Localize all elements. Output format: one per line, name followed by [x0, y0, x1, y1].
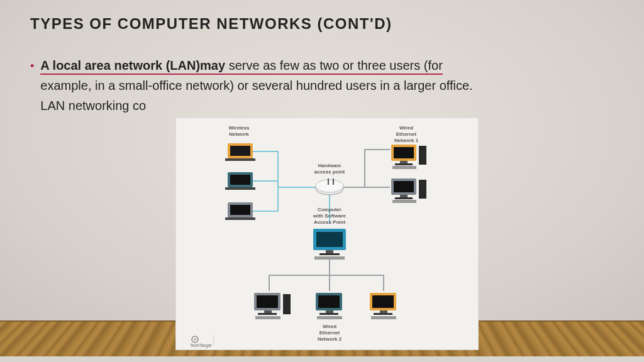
svg-text:Ethernet: Ethernet	[319, 330, 340, 336]
svg-rect-30	[419, 180, 426, 199]
svg-rect-9	[230, 205, 250, 215]
svg-rect-4	[225, 158, 255, 161]
svg-rect-48	[326, 310, 333, 313]
svg-rect-28	[400, 195, 408, 197]
svg-rect-24	[419, 146, 426, 165]
svg-text:Network: Network	[229, 131, 249, 137]
bullet-line3: LAN networking co	[40, 99, 146, 112]
svg-text:Network 2: Network 2	[318, 336, 342, 342]
svg-text:Access Point: Access Point	[314, 219, 346, 225]
svg-rect-50	[317, 316, 342, 319]
svg-rect-7	[225, 187, 255, 190]
svg-text:Wired: Wired	[323, 324, 336, 329]
svg-rect-3	[230, 146, 250, 156]
svg-rect-10	[225, 217, 255, 220]
bullet-text: A local area network (LAN)may serve as f…	[40, 55, 614, 116]
svg-rect-29	[395, 197, 413, 199]
svg-text:Ethernet: Ethernet	[396, 131, 417, 137]
svg-point-60	[194, 339, 196, 341]
svg-rect-36	[316, 232, 343, 247]
svg-text:with Software: with Software	[313, 213, 347, 219]
svg-rect-45	[255, 316, 280, 319]
svg-rect-44	[283, 294, 291, 314]
svg-rect-41	[257, 295, 278, 308]
bullet-bold: A local area network (LAN)may	[40, 58, 225, 72]
svg-rect-37	[326, 250, 333, 253]
svg-rect-54	[374, 313, 392, 315]
bullet-item: • A local area network (LAN)may serve as…	[30, 55, 614, 116]
svg-rect-25	[392, 166, 416, 169]
svg-text:TechTarget: TechTarget	[190, 343, 211, 348]
svg-rect-15	[328, 178, 329, 185]
svg-rect-23	[395, 163, 413, 165]
svg-rect-55	[371, 316, 396, 319]
slide-title: TYPES OF COMPUTER NETWORKS (CONT'D)	[30, 15, 614, 33]
network-diagram: Wireless Network Hardware access point W…	[176, 118, 478, 349]
bullet-line1-rest: serve as few as two or three users (for	[225, 58, 443, 72]
bullet-line2: example, in a small-office network) or s…	[40, 79, 472, 92]
svg-rect-27	[394, 181, 414, 192]
svg-rect-22	[400, 161, 408, 163]
svg-text:Hardware: Hardware	[318, 163, 341, 168]
svg-rect-39	[314, 256, 345, 260]
svg-rect-6	[230, 175, 250, 185]
svg-rect-52	[372, 295, 394, 308]
svg-text:Wired: Wired	[399, 125, 413, 131]
svg-rect-21	[394, 147, 414, 158]
svg-text:Wireless: Wireless	[229, 125, 250, 131]
svg-rect-38	[319, 253, 340, 255]
svg-rect-31	[392, 200, 416, 203]
svg-rect-53	[380, 310, 387, 313]
svg-rect-47	[318, 295, 340, 308]
svg-rect-49	[319, 313, 338, 315]
svg-text:Computer: Computer	[318, 207, 341, 212]
svg-text:Network 1: Network 1	[394, 138, 419, 143]
bullet-marker-icon: •	[30, 55, 34, 77]
svg-text:access point: access point	[314, 169, 345, 175]
svg-rect-42	[264, 310, 272, 313]
svg-rect-43	[258, 313, 277, 315]
svg-point-14	[316, 180, 343, 192]
svg-rect-16	[333, 178, 334, 185]
